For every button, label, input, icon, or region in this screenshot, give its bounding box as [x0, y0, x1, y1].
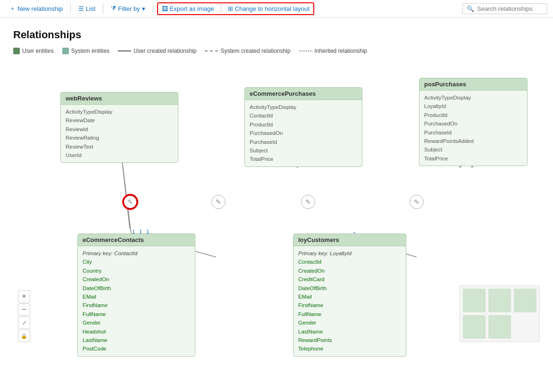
ePurchases-field-5: Subject	[250, 146, 357, 155]
posPurchases-field-4: PurchaseId	[424, 128, 522, 137]
inherited-line-icon	[299, 50, 312, 51]
loyCustomers-field-7: Gender	[298, 318, 401, 327]
ePurchases-field-2: ProductId	[250, 120, 357, 129]
user-created-line-icon	[118, 50, 131, 51]
webReviews-field-4: ReviewText	[66, 142, 173, 151]
system-created-line-icon	[205, 50, 218, 51]
minimap	[460, 285, 540, 342]
webReviews-field-2: ReviewId	[66, 125, 173, 133]
loyCustomers-field-6: FullName	[298, 310, 401, 318]
webReviews-field-3: ReviewRating	[66, 133, 173, 142]
minimap-block-4	[463, 315, 486, 339]
export-layout-group: 🖼 Export as image ⊞ Change to horizontal…	[157, 2, 314, 15]
zoom-controls: + − ⤢ 🔒	[18, 290, 30, 342]
eContacts-field-5: FirstName	[83, 301, 190, 309]
toolbar-divider-2	[103, 4, 103, 13]
loyCustomers-field-4: EMail	[298, 292, 401, 301]
eContacts-field-10: PostCode	[83, 344, 190, 353]
eContacts-field-9: LastName	[83, 336, 190, 344]
search-box[interactable]: 🔍	[462, 3, 547, 14]
ePurchases-field-4: PurchaseId	[250, 138, 357, 146]
entity-posPurchases-body: ActivityTypeDisplay LoyaltyId ProductId …	[419, 91, 527, 166]
posPurchases-field-1: LoyaltyId	[424, 102, 522, 110]
posPurchases-field-6: Subject	[424, 145, 522, 154]
legend-system-entities: System entities	[62, 48, 109, 54]
eContacts-field-3: DateOfBirth	[83, 284, 190, 292]
user-entities-icon	[13, 48, 20, 54]
posPurchases-field-7: TotalPrice	[424, 154, 522, 163]
search-icon: 🔍	[467, 5, 474, 12]
loyCustomers-field-10: Telephone	[298, 344, 401, 353]
edit-button-4[interactable]: ✎	[410, 195, 424, 209]
eContacts-field-8: Headshot	[83, 327, 190, 336]
entity-posPurchases[interactable]: posPurchases ActivityTypeDisplay Loyalty…	[419, 78, 528, 166]
webReviews-field-5: UserId	[66, 151, 173, 159]
minimap-block-5	[488, 315, 511, 339]
fit-button[interactable]: ⤢	[18, 317, 30, 329]
toolbar-right: 🔍	[462, 3, 547, 14]
eContacts-field-2: CreatedOn	[83, 275, 190, 284]
entity-webReviews[interactable]: webReviews ActivityTypeDisplay ReviewDat…	[60, 92, 178, 163]
search-input[interactable]	[477, 5, 543, 12]
edit-button-1[interactable]: ✎	[123, 195, 137, 209]
minimap-block-2	[488, 289, 511, 312]
legend-inherited: Inherited relationship	[299, 48, 367, 54]
entity-posPurchases-header: posPurchases	[419, 78, 527, 91]
loyCustomers-field-2: CreditCard	[298, 275, 401, 284]
loyCustomers-field-0: ContactId	[298, 258, 401, 266]
list-button[interactable]: ☰ List	[75, 3, 99, 14]
export-image-button[interactable]: 🖼 Export as image	[158, 3, 218, 14]
plus-icon: ＋	[9, 4, 16, 13]
posPurchases-field-3: PurchasedOn	[424, 119, 522, 128]
legend: User entities System entities User creat…	[13, 48, 540, 54]
entity-eCommercePurchases-body: ActivityTypeDisplay ContactId ProductId …	[245, 100, 362, 167]
minimap-block-1	[463, 289, 486, 312]
entity-loyCustomers[interactable]: loyCustomers Primary key: LoyaltyId Cont…	[293, 234, 406, 357]
chevron-down-icon: ▾	[142, 5, 145, 12]
legend-user-created: User created relationship	[118, 48, 196, 54]
page-title: Relationships	[13, 29, 540, 41]
filter-icon: ⧩	[111, 5, 116, 12]
loyCustomers-field-1: CreatedOn	[298, 267, 401, 275]
webReviews-field-1: ReviewDate	[66, 116, 173, 125]
entity-webReviews-header: webReviews	[61, 92, 178, 105]
ePurchases-field-1: ContactId	[250, 111, 357, 120]
minimap-block-3	[514, 289, 536, 312]
entity-eCommercePurchases[interactable]: eCommercePurchases ActivityTypeDisplay C…	[244, 87, 362, 167]
posPurchases-field-2: ProductId	[424, 111, 522, 119]
page-content: Relationships User entities System entit…	[0, 17, 553, 392]
change-layout-button[interactable]: ⊞ Change to horizontal layout	[224, 3, 313, 14]
loyCustomers-field-3: DateOfBirth	[298, 284, 401, 292]
entity-loyCustomers-body: Primary key: LoyaltyId ContactId Created…	[293, 246, 406, 356]
toolbar-divider-3	[153, 4, 153, 13]
eContacts-field-6: FullName	[83, 310, 190, 318]
entity-webReviews-body: ActivityTypeDisplay ReviewDate ReviewId …	[61, 105, 178, 162]
eContacts-field-0: City	[83, 258, 190, 266]
layout-icon: ⊞	[228, 5, 233, 12]
eContacts-field-1: Country	[83, 267, 190, 275]
entity-eCommerceContacts-header: eCommerceContacts	[78, 234, 195, 246]
loyCustomers-field-5: FirstName	[298, 301, 401, 309]
entity-eCommerceContacts-body: Primary key: ContactId City Country Crea…	[78, 246, 195, 356]
svg-line-4	[122, 158, 130, 229]
ePurchases-field-3: PurchasedOn	[250, 129, 357, 137]
posPurchases-field-5: RewardPointsAdded	[424, 137, 522, 145]
export-icon: 🖼	[162, 5, 168, 12]
toolbar-divider-1	[70, 4, 71, 13]
system-entities-icon	[62, 48, 69, 54]
loyCustomers-primary: Primary key: LoyaltyId	[298, 249, 401, 258]
lock-button[interactable]: 🔒	[18, 330, 30, 342]
edit-button-2[interactable]: ✎	[211, 195, 226, 209]
filter-by-button[interactable]: ⧩ Filter by ▾	[107, 3, 149, 14]
legend-system-created: System created relationship	[205, 48, 290, 54]
toolbar-divider-4	[221, 4, 221, 13]
list-icon: ☰	[78, 5, 84, 12]
edit-button-3[interactable]: ✎	[301, 195, 315, 209]
ePurchases-field-6: TotalPrice	[250, 155, 357, 163]
new-relationship-button[interactable]: ＋ New relationship	[6, 2, 67, 15]
entity-eCommerceContacts[interactable]: eCommerceContacts Primary key: ContactId…	[77, 234, 195, 357]
diagram-canvas: * * * * 1 1 1 1 webReviews ActivityTypeD…	[13, 64, 540, 370]
zoom-in-button[interactable]: +	[18, 290, 30, 302]
zoom-out-button[interactable]: −	[18, 303, 30, 316]
entity-loyCustomers-header: loyCustomers	[293, 234, 406, 246]
